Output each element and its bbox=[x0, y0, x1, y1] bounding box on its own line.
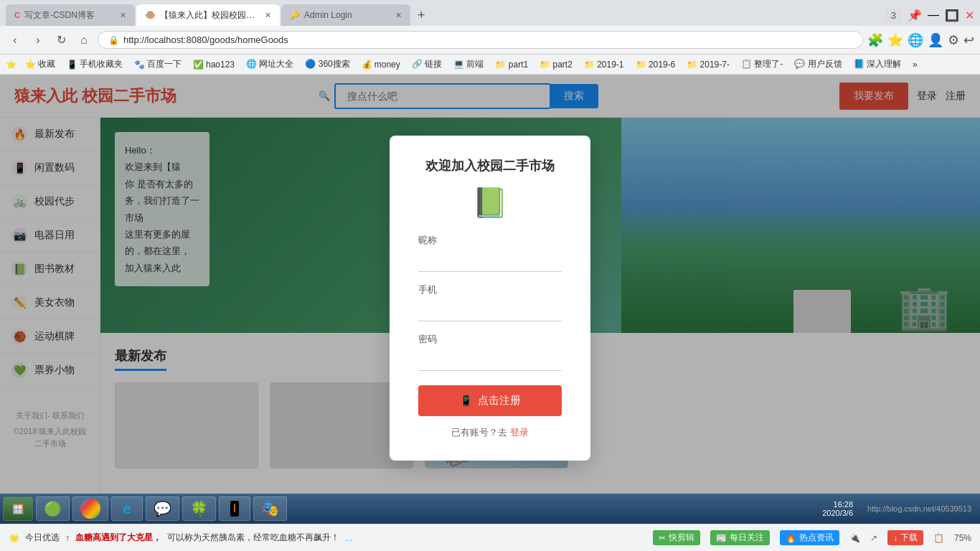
tab-campus-favicon: 🐵 bbox=[145, 10, 156, 20]
tab-csdn[interactable]: C 写文章-CSDN博客 ✕ bbox=[6, 4, 135, 26]
bookmark-wangzhi[interactable]: 🌐 网址大全 bbox=[243, 57, 296, 72]
close-icon[interactable]: ✕ bbox=[965, 9, 974, 22]
bookmark-2019-7[interactable]: 📁 2019-7- bbox=[684, 58, 732, 71]
bookmark-money-label: money bbox=[374, 60, 400, 70]
extensions-icon[interactable]: 🧩 bbox=[867, 32, 883, 48]
tab-bar: C 写文章-CSDN博客 ✕ 🐵 【猿来入此】校园校园二手市场 ✕ 🔑 Admi… bbox=[0, 0, 980, 26]
bookmark-deep[interactable]: 📘 深入理解 bbox=[851, 57, 904, 72]
register-btn-label: 点击注册 bbox=[478, 394, 521, 408]
forward-button[interactable]: › bbox=[29, 31, 47, 50]
tab-csdn-close[interactable]: ✕ bbox=[120, 11, 126, 20]
bookmark-icon[interactable]: ⭐ bbox=[887, 32, 903, 48]
shoucang-icon: ⭐ bbox=[25, 60, 36, 70]
tab-admin[interactable]: 🔑 Admin Login ✕ bbox=[281, 4, 410, 26]
hao123-icon: ✅ bbox=[193, 60, 204, 70]
bookmark-more[interactable]: » bbox=[910, 58, 920, 71]
phone-btn-icon: 📱 bbox=[460, 395, 472, 406]
bookmark-summary[interactable]: 📋 整理了- bbox=[738, 57, 786, 72]
bookmark-part2[interactable]: 📁 part2 bbox=[537, 58, 575, 71]
settings-icon[interactable]: ⚙ bbox=[948, 32, 959, 48]
tab-count: 3 bbox=[885, 9, 902, 22]
modal-icon: 📗 bbox=[418, 186, 562, 220]
tab-admin-title: Admin Login bbox=[304, 10, 352, 20]
pin-icon[interactable]: 📌 bbox=[908, 9, 922, 22]
tab-csdn-favicon: C bbox=[14, 11, 20, 19]
nickname-input[interactable] bbox=[418, 251, 562, 272]
bookmark-shoucang[interactable]: ⭐ 收藏 bbox=[22, 57, 58, 72]
bookmark-star-icon: ⭐ bbox=[6, 60, 17, 70]
modal-overlay: 欢迎加入校园二手市场 📗 昵称 手机 密码 📱 点击注册 已有账号？去 登录 bbox=[0, 75, 980, 494]
back-button[interactable]: ‹ bbox=[6, 31, 24, 50]
tab-campus-close[interactable]: ✕ bbox=[265, 11, 271, 20]
modal-footer: 已有账号？去 登录 bbox=[418, 426, 562, 439]
home-button[interactable]: ⌂ bbox=[75, 31, 93, 50]
baidu-icon: 🐾 bbox=[134, 60, 145, 70]
bookmark-link[interactable]: 🔗 链接 bbox=[409, 57, 445, 72]
browser-actions: 🧩 ⭐ 🌐 👤 ⚙ ↩ bbox=[867, 32, 974, 48]
bookmark-2019-1[interactable]: 📁 2019-1 bbox=[581, 58, 627, 71]
tab-campus[interactable]: 🐵 【猿来入此】校园校园二手市场 ✕ bbox=[136, 4, 280, 26]
maximize-icon[interactable]: 🔲 bbox=[945, 9, 959, 22]
modal-login-link[interactable]: 登录 bbox=[510, 427, 529, 438]
phone-group: 手机 bbox=[418, 283, 562, 321]
bookmark-baidu[interactable]: 🐾 百度一下 bbox=[131, 57, 184, 72]
bookmark-mobile[interactable]: 📱 手机收藏夹 bbox=[64, 57, 126, 72]
register-button[interactable]: 📱 点击注册 bbox=[418, 385, 562, 416]
nickname-group: 昵称 bbox=[418, 234, 562, 272]
phone-label: 手机 bbox=[418, 283, 562, 296]
address-bar[interactable]: 🔒 http://localhost:8080/goods/homeGoods bbox=[98, 31, 863, 49]
address-text: http://localhost:8080/goods/homeGoods bbox=[123, 34, 288, 45]
bookmark-2019-6[interactable]: 📁 2019-6 bbox=[633, 58, 679, 71]
browser-controls: ‹ › ↻ ⌂ 🔒 http://localhost:8080/goods/ho… bbox=[0, 26, 980, 55]
refresh-button[interactable]: ↻ bbox=[52, 31, 70, 50]
modal-title: 欢迎加入校园二手市场 bbox=[418, 157, 562, 174]
nickname-label: 昵称 bbox=[418, 234, 562, 247]
user-icon[interactable]: 👤 bbox=[928, 32, 943, 48]
bookmark-feedback[interactable]: 💬 用户反馈 bbox=[791, 57, 844, 72]
tab-admin-close[interactable]: ✕ bbox=[395, 11, 402, 20]
tab-campus-title: 【猿来入此】校园校园二手市场 bbox=[160, 9, 260, 22]
new-tab-button[interactable]: + bbox=[412, 8, 431, 23]
bookmark-hao123[interactable]: ✅ hao123 bbox=[190, 58, 237, 71]
modal-footer-text: 已有账号？去 bbox=[451, 427, 507, 438]
bookmark-part1[interactable]: 📁 part1 bbox=[492, 58, 531, 71]
password-group: 密码 bbox=[418, 333, 562, 371]
password-input[interactable] bbox=[418, 350, 562, 371]
password-label: 密码 bbox=[418, 333, 562, 346]
phone-input[interactable] bbox=[418, 301, 562, 321]
bookmark-money[interactable]: 💰 money bbox=[359, 58, 403, 71]
translate-icon[interactable]: 🌐 bbox=[908, 32, 923, 48]
minimize-icon[interactable]: — bbox=[928, 9, 939, 22]
tab-csdn-title: 写文章-CSDN博客 bbox=[24, 9, 95, 22]
lock-icon: 🔒 bbox=[108, 35, 119, 45]
bookmark-frontend[interactable]: 💻 前端 bbox=[451, 57, 486, 72]
register-modal: 欢迎加入校园二手市场 📗 昵称 手机 密码 📱 点击注册 已有账号？去 登录 bbox=[390, 136, 590, 461]
history-icon[interactable]: ↩ bbox=[963, 32, 974, 48]
bookmark-360[interactable]: 🔵 360搜索 bbox=[302, 57, 352, 72]
bookmarks-bar: ⭐ ⭐ 收藏 📱 手机收藏夹 🐾 百度一下 ✅ hao123 🌐 网址大全 🔵 … bbox=[0, 55, 980, 75]
mobile-icon: 📱 bbox=[67, 60, 77, 70]
tab-admin-favicon: 🔑 bbox=[290, 11, 300, 20]
